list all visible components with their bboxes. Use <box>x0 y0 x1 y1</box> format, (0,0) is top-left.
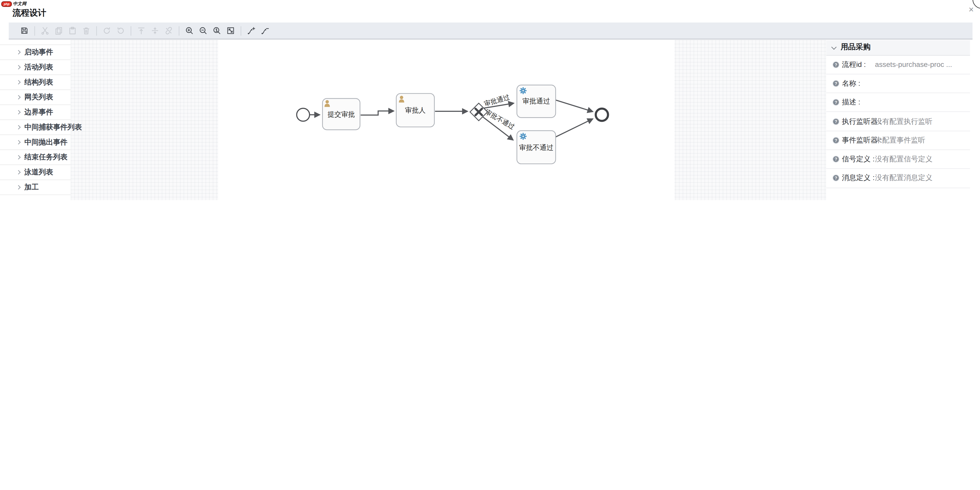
service-task-approved[interactable]: 审批通过 <box>517 85 555 118</box>
service-task-rejected[interactable]: 审批不通过 <box>517 131 555 164</box>
remove-connection-icon <box>261 26 269 35</box>
help-icon: ? <box>832 80 839 87</box>
properties-panel: 用品采购 ? 流程id : assets-purchase-proc ... ?… <box>826 40 980 200</box>
edge-approved-to-end[interactable] <box>555 100 593 112</box>
zoom-out-icon <box>199 26 207 35</box>
panel-row-message-definition[interactable]: ? 消息定义 : 没有配置消息定义 <box>826 169 970 188</box>
sidebar-item-swimlane-list[interactable]: 泳道列表 <box>0 165 71 180</box>
sidebar-item-intermediate-catch-events[interactable]: 中间捕获事件列表 <box>0 120 71 135</box>
sidebar-item-activity-list[interactable]: 活动列表 <box>0 60 71 75</box>
align-middle-icon <box>151 26 159 35</box>
sidebar-item-processing[interactable]: 加工 <box>0 180 71 195</box>
chevron-right-icon <box>16 185 21 189</box>
help-icon: ? <box>832 156 839 163</box>
chevron-right-icon <box>16 170 21 174</box>
chevron-down-icon <box>831 44 837 49</box>
fit-screen-icon <box>226 26 235 35</box>
toolbar-divider <box>130 26 131 35</box>
undo-icon <box>116 26 125 35</box>
svg-text:提交审批: 提交审批 <box>328 110 355 118</box>
sidebar-item-gateway-list[interactable]: 网关列表 <box>0 89 71 105</box>
page-title: 流程设计 <box>13 7 46 19</box>
zoom-in-icon <box>185 26 194 35</box>
chevron-right-icon <box>16 50 21 54</box>
site-logo: php 中文网 <box>1 0 27 6</box>
bpmn-canvas[interactable]: 审批通过 审批不通过 提交审批 <box>218 40 675 200</box>
toolbar-divider <box>241 26 241 35</box>
copy-button <box>52 24 65 38</box>
php-logo-badge: php <box>1 1 12 6</box>
toolbar-divider <box>96 26 97 35</box>
panel-row-description[interactable]: ? 描述 : <box>826 93 970 112</box>
sidebar-item-boundary-events[interactable]: 边界事件 <box>0 105 71 120</box>
properties-panel-header[interactable]: 用品采购 <box>826 40 970 56</box>
chevron-right-icon <box>16 65 21 69</box>
toolbar-divider <box>35 26 35 35</box>
chevron-right-icon <box>16 140 21 144</box>
paste-button <box>65 24 80 38</box>
gear-icon <box>520 133 526 139</box>
unlink-button <box>162 24 176 38</box>
svg-text:审批人: 审批人 <box>405 107 426 114</box>
remove-connection-button[interactable] <box>258 24 272 38</box>
cut-button <box>38 24 52 38</box>
sidebar-item-intermediate-throw-events[interactable]: 中间抛出事件 <box>0 135 71 150</box>
chevron-right-icon <box>16 124 21 129</box>
save-button[interactable] <box>18 24 32 38</box>
zoom-reset-button[interactable] <box>210 24 224 38</box>
align-top-icon <box>137 26 145 35</box>
fit-screen-button[interactable] <box>224 24 238 38</box>
undo-button <box>114 24 127 38</box>
zoom-reset-icon <box>213 26 221 35</box>
designer-toolbar <box>9 22 972 39</box>
help-icon: ? <box>832 118 839 125</box>
svg-text:审批通过: 审批通过 <box>522 97 550 105</box>
panel-row-process-id[interactable]: ? 流程id : assets-purchase-proc ... <box>826 56 970 74</box>
panel-row-execution-listener[interactable]: ? 执行监听器 : 没有配置执行监听 <box>826 112 970 131</box>
chevron-right-icon <box>16 80 21 84</box>
bpmn-diagram: 审批通过 审批不通过 提交审批 <box>218 40 675 200</box>
align-middle-button <box>148 24 162 38</box>
close-icon[interactable]: × <box>969 5 974 14</box>
delete-button <box>80 24 93 38</box>
save-icon <box>20 26 29 35</box>
chevron-right-icon <box>16 110 21 114</box>
redo-icon <box>103 26 111 35</box>
site-logo-text: 中文网 <box>13 0 27 6</box>
sidebar-item-end-task-list[interactable]: 结束任务列表 <box>0 150 71 165</box>
unlink-icon <box>164 26 173 35</box>
chevron-right-icon <box>16 155 21 159</box>
edge-label-approved: 审批通过 <box>484 93 511 107</box>
element-palette-sidebar: 启动事件 活动列表 结构列表 网关列表 边界事件 中间捕获事件列表 <box>0 40 71 200</box>
sidebar-item-start-events[interactable]: 启动事件 <box>0 45 71 60</box>
panel-row-name[interactable]: ? 名称 : <box>826 74 970 93</box>
add-connection-icon <box>247 26 256 35</box>
palette-list: 启动事件 活动列表 结构列表 网关列表 边界事件 中间捕获事件列表 <box>0 44 71 195</box>
toolbar-divider <box>179 26 179 35</box>
start-event-node[interactable] <box>297 108 310 121</box>
edge-submit-to-approver[interactable] <box>361 111 394 115</box>
help-icon: ? <box>832 137 839 144</box>
paste-icon <box>68 26 77 35</box>
help-icon: ? <box>832 175 839 182</box>
add-connection-button[interactable] <box>245 24 258 38</box>
edge-rejected-to-end[interactable] <box>555 119 593 137</box>
zoom-in-button[interactable] <box>183 24 196 38</box>
cut-icon <box>41 26 49 35</box>
user-task-submit-approval[interactable]: 提交审批 <box>323 99 360 130</box>
panel-row-event-listener[interactable]: ? 事件监听器 : 未配置事件监听 <box>826 131 970 150</box>
edge-label-rejected: 审批不通过 <box>484 108 516 131</box>
help-icon: ? <box>832 61 839 68</box>
panel-row-signal-definition[interactable]: ? 信号定义 : 没有配置信号定义 <box>826 150 970 169</box>
copy-icon <box>54 26 63 35</box>
end-event-node[interactable] <box>596 109 608 121</box>
redo-button <box>100 24 114 38</box>
zoom-out-button[interactable] <box>196 24 210 38</box>
process-designer-window: php 中文网 流程设计 × <box>0 0 980 200</box>
user-task-approver[interactable]: 审批人 <box>396 93 434 127</box>
sidebar-item-structure-list[interactable]: 结构列表 <box>0 75 71 90</box>
help-icon: ? <box>832 99 839 106</box>
chevron-right-icon <box>16 95 21 99</box>
trash-icon <box>82 26 91 35</box>
process-name-title: 用品采购 <box>841 42 871 53</box>
